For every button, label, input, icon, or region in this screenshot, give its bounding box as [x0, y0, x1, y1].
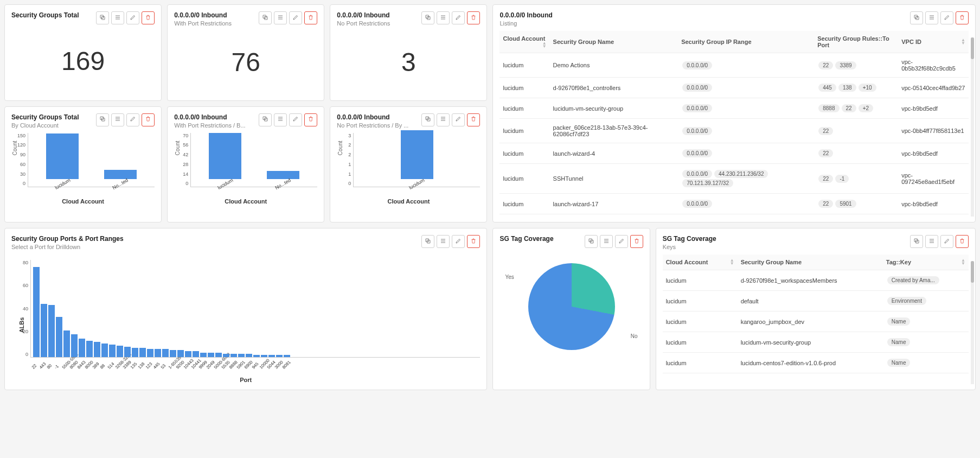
- table-row[interactable]: lucidumSSHTunnel0.0.0.0/044.230.211.236/…: [499, 164, 969, 194]
- port-bar[interactable]: 5000-6000: [215, 353, 222, 358]
- table-row[interactable]: lucidumdb-security-groupName: [663, 373, 969, 374]
- list-button[interactable]: [437, 113, 450, 126]
- port-bar[interactable]: 8000: [86, 341, 93, 357]
- edit-button[interactable]: [452, 113, 465, 126]
- port-bar[interactable]: 88: [101, 344, 108, 358]
- edit-button[interactable]: [289, 113, 302, 126]
- table-row[interactable]: lucidumDemo Actions0.0.0.0/0223389vpc-0b…: [499, 53, 969, 78]
- copy-button[interactable]: [421, 113, 434, 126]
- trash-button[interactable]: [142, 113, 155, 126]
- tag-table-wrap[interactable]: Cloud Account▲▼ Security Group Name Tag:…: [663, 255, 969, 374]
- table-row[interactable]: lucidumlucidum-vm-security-groupName: [663, 332, 969, 353]
- listing-table-wrap[interactable]: Cloud Account▲▼ Security Group Name Secu…: [499, 31, 969, 215]
- scrollbar[interactable]: [971, 37, 974, 217]
- edit-button[interactable]: [452, 235, 465, 248]
- scrollbar[interactable]: [971, 261, 974, 384]
- port-bar[interactable]: 5044: [268, 355, 275, 357]
- list-button[interactable]: [437, 235, 450, 248]
- bar[interactable]: [401, 130, 433, 179]
- port-bar[interactable]: 53: [162, 349, 169, 357]
- port-bar[interactable]: 123: [147, 349, 153, 357]
- trash-button[interactable]: [467, 11, 480, 24]
- port-bar[interactable]: 135: [132, 348, 138, 357]
- port-bar[interactable]: 6900: [246, 354, 252, 357]
- table-row[interactable]: lucidumdefaultEnvironment: [663, 291, 969, 311]
- port-bar[interactable]: 945: [253, 355, 260, 357]
- copy-button[interactable]: [585, 235, 598, 248]
- table-row[interactable]: lucidumlucidum-vm-security-group0.0.0.0/…: [499, 98, 969, 119]
- list-button[interactable]: [111, 11, 124, 24]
- edit-button[interactable]: [126, 113, 139, 126]
- table-row[interactable]: lucidumlaunch-wizard-140.0.0.0/022vpc-b9…: [499, 214, 969, 216]
- table-row[interactable]: lucidumd-92670f98e1_controllers0.0.0.0/0…: [499, 78, 969, 98]
- port-bar[interactable]: 80: [48, 305, 55, 357]
- trash-button[interactable]: [956, 11, 969, 24]
- bar[interactable]: [104, 170, 137, 179]
- edit-button[interactable]: [940, 235, 953, 248]
- table-row[interactable]: lucidumpacker_606ce218-13ab-57e3-39c4-62…: [499, 119, 969, 143]
- copy-button[interactable]: [96, 11, 109, 24]
- col-tag-key[interactable]: Tag::Key▲▼: [883, 255, 969, 270]
- port-bar[interactable]: 10441: [193, 351, 199, 357]
- edit-button[interactable]: [940, 11, 953, 24]
- port-bar[interactable]: 9999: [200, 353, 207, 358]
- table-row[interactable]: lucidumlucidum-centos7-edition-v1.0.6-pr…: [663, 353, 969, 373]
- port-bar[interactable]: 5500-5501: [63, 330, 70, 357]
- port-bar[interactable]: 3268-3269: [117, 346, 123, 357]
- port-bar[interactable]: 5535: [223, 354, 229, 357]
- table-row[interactable]: lucidumlaunch-wizard-40.0.0.0/022vpc-b9b…: [499, 143, 969, 164]
- copy-button[interactable]: [910, 235, 923, 248]
- edit-button[interactable]: [452, 11, 465, 24]
- trash-button[interactable]: [142, 11, 155, 24]
- port-bar[interactable]: 8080: [71, 334, 78, 358]
- list-button[interactable]: [437, 11, 450, 24]
- sort-icon[interactable]: ▲▼: [961, 39, 965, 45]
- copy-button[interactable]: [421, 235, 434, 248]
- bar[interactable]: [267, 171, 299, 179]
- copy-button[interactable]: [910, 11, 923, 24]
- edit-button[interactable]: [289, 11, 302, 24]
- port-bar[interactable]: 22: [33, 267, 40, 357]
- port-bar[interactable]: 10443: [185, 351, 191, 357]
- col-ip-range[interactable]: Security Group IP Range: [678, 31, 814, 53]
- port-bar[interactable]: 8081: [284, 355, 290, 357]
- trash-button[interactable]: [956, 235, 969, 248]
- port-bar[interactable]: 514: [109, 345, 116, 357]
- sort-icon[interactable]: ▲▼: [730, 259, 734, 265]
- port-bar[interactable]: 445: [155, 349, 161, 357]
- list-button[interactable]: [600, 235, 613, 248]
- trash-button[interactable]: [304, 11, 317, 24]
- port-bar[interactable]: 8888: [230, 354, 237, 357]
- list-button[interactable]: [274, 113, 287, 126]
- table-row[interactable]: lucidumkangaroo_jumpbox_devName: [663, 311, 969, 332]
- copy-button[interactable]: [421, 11, 434, 24]
- port-bar[interactable]: 9200: [177, 350, 184, 357]
- port-bar[interactable]: 3000: [276, 355, 283, 357]
- sort-icon[interactable]: ▲▼: [961, 259, 965, 265]
- col-sg-name[interactable]: Security Group Name: [738, 255, 883, 270]
- sort-icon[interactable]: ▲▼: [542, 42, 547, 48]
- list-button[interactable]: [274, 11, 287, 24]
- copy-button[interactable]: [259, 11, 272, 24]
- port-bar[interactable]: 8443: [79, 339, 85, 357]
- list-button[interactable]: [925, 11, 938, 24]
- table-row[interactable]: lucidumlaunch-wizard-170.0.0.0/0225901vp…: [499, 194, 969, 214]
- copy-button[interactable]: [259, 113, 272, 126]
- edit-button[interactable]: [615, 235, 628, 248]
- port-bar[interactable]: -1: [56, 317, 62, 357]
- trash-button[interactable]: [304, 113, 317, 126]
- col-account[interactable]: Cloud Account▲▼: [499, 31, 549, 53]
- port-bar[interactable]: 5901: [238, 354, 245, 357]
- port-bar[interactable]: 10000: [261, 355, 267, 357]
- port-bar[interactable]: 3389: [124, 347, 131, 357]
- list-button[interactable]: [111, 113, 124, 126]
- copy-button[interactable]: [96, 113, 109, 126]
- port-bar[interactable]: 443: [41, 304, 47, 357]
- col-vpc[interactable]: VPC ID▲▼: [898, 31, 969, 53]
- port-bar[interactable]: 2049: [208, 353, 214, 358]
- port-bar[interactable]: 1-65535: [170, 350, 176, 357]
- col-to-port[interactable]: Security Group Rules::To Port: [814, 31, 898, 53]
- bar[interactable]: [46, 133, 79, 179]
- col-account[interactable]: Cloud Account▲▼: [663, 255, 738, 270]
- bar[interactable]: [209, 133, 241, 179]
